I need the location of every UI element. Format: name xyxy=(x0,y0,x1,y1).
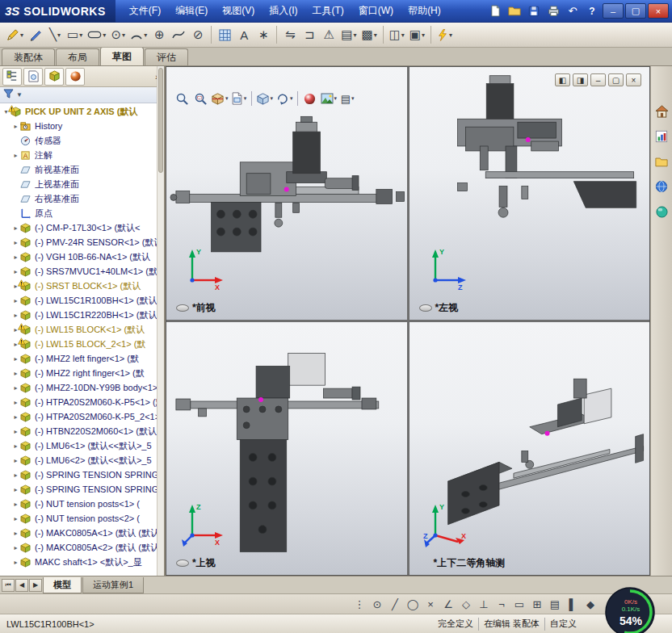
tree-item[interactable]: ▸(-) HTPA20S2M060-K-P5_2<1> (默 xyxy=(2,409,164,424)
trim-entities-tool[interactable]: ⊐ xyxy=(300,25,319,45)
arc-tool[interactable]: ▾ xyxy=(128,25,149,45)
ellipse-tool[interactable]: ⊘ xyxy=(188,25,208,45)
tree-item[interactable]: ▸(-) SPRING TENSION SPRING< xyxy=(2,467,164,482)
menu-6[interactable]: 窗口(W) xyxy=(351,0,401,22)
dock-left-icon[interactable]: ◧ xyxy=(555,73,570,86)
rotate-view-icon[interactable]: ▾ xyxy=(275,90,294,107)
spline-tool[interactable] xyxy=(169,25,188,45)
appearances-icon[interactable] xyxy=(653,203,670,220)
tree-item[interactable]: ▸MAKC shaft<1> <默认>_显 xyxy=(2,555,164,569)
zoom-fit-icon[interactable] xyxy=(173,90,191,107)
tree-item[interactable]: ▸(-) MHZ2 left finger<1> (默 xyxy=(2,351,164,366)
tree-item[interactable]: ▸(-) LWL15 BLOCK<1> (默认 xyxy=(2,322,164,337)
undo-icon[interactable]: ↶ xyxy=(564,2,582,20)
tab-nav-3[interactable]: ▶ xyxy=(29,579,42,592)
menu-3[interactable]: 视图(V) xyxy=(215,0,262,22)
snap-tool-9[interactable]: ¬ xyxy=(493,596,510,613)
instant2d-tool[interactable]: ▣▾ xyxy=(407,25,427,45)
tree-item[interactable]: ▸(-) SRS7MVUC1+40LM<1> (默认 xyxy=(2,264,164,279)
menu-5[interactable]: 工具(T) xyxy=(304,0,351,22)
snap-tool-12[interactable]: ▤ xyxy=(546,596,564,613)
section-view-icon[interactable]: ▾ xyxy=(210,90,229,107)
display-relations-tool[interactable]: ⚠ xyxy=(319,25,338,45)
filter-dropdown-icon[interactable]: ▼ xyxy=(16,91,23,99)
tree-root-item[interactable]: ▾PICK UP UNIT 2 AXIS (默认 xyxy=(2,104,164,119)
sketch-tool[interactable]: ▾ xyxy=(3,25,26,45)
tree-item[interactable]: 原点 xyxy=(2,206,164,220)
minimize-view-icon[interactable]: – xyxy=(590,73,606,86)
linear-pattern-tool[interactable]: ▤▾ xyxy=(338,25,359,45)
propertymanager-tab[interactable] xyxy=(23,68,43,86)
viewport-isometric[interactable]: YXZ *上下二等角轴测 xyxy=(410,322,650,575)
displaymanager-tab[interactable] xyxy=(65,68,85,86)
snap-tool-13[interactable]: ▌ xyxy=(564,596,582,613)
tree-item[interactable]: ▸(-) MHZ2 right finger<1> (默 xyxy=(2,366,164,380)
rebuild-tool[interactable]: ▾ xyxy=(435,25,455,45)
close-button[interactable]: × xyxy=(648,3,669,19)
tree-scrollbar[interactable] xyxy=(157,66,164,576)
snap-tool-5[interactable]: × xyxy=(422,596,439,613)
tree-item[interactable]: ▸(-) LWL15C1R220BH<1> (默认 xyxy=(2,308,164,322)
move-entities-tool[interactable]: ▩▾ xyxy=(359,25,379,45)
tree-item[interactable]: 前视基准面 xyxy=(2,162,164,177)
tab-布局[interactable]: 布局 xyxy=(56,48,99,65)
tree-item[interactable]: ▸(-) MAKC0805A<2> (默认 (默认 xyxy=(2,540,164,555)
tree-item[interactable]: ▸(-) VGH 10B-66-NA<1> (默认 xyxy=(2,249,164,264)
maximize-button[interactable]: ▢ xyxy=(625,3,646,19)
rapid-sketch-tool[interactable]: ◫▾ xyxy=(387,25,407,45)
tree-item[interactable]: ▸(-) LMU6<1> (默认<<默认>_5 xyxy=(2,438,164,453)
tree-filter-bar[interactable]: ▼ xyxy=(0,87,164,103)
tree-item[interactable]: ▸(-) LMU6<2> (默认<<默认>_5 xyxy=(2,453,164,467)
tree-item[interactable]: 传感器 xyxy=(2,133,164,148)
display-style-icon[interactable]: ▾ xyxy=(255,90,275,107)
tree-item[interactable]: ▸A注解 xyxy=(2,148,164,162)
sketch-pattern-tool[interactable] xyxy=(215,25,234,45)
tree-item[interactable]: 上视基准面 xyxy=(2,177,164,191)
tab-评估[interactable]: 评估 xyxy=(145,48,188,65)
snap-tool-7[interactable]: ◇ xyxy=(457,596,475,613)
snap-tool-3[interactable]: ╱ xyxy=(386,596,404,613)
edit-appearance-icon[interactable] xyxy=(301,90,319,107)
circle-tool[interactable]: ⊙▾ xyxy=(108,25,128,45)
bottom-tab-模型[interactable]: 模型 xyxy=(43,577,82,593)
tree-item[interactable]: ▸(-) NUT tension posts<1> ( xyxy=(2,497,164,511)
point-tool[interactable]: ⊕ xyxy=(149,25,169,45)
tab-nav-2[interactable]: ◀ xyxy=(15,579,28,592)
ink-tool[interactable] xyxy=(26,25,45,45)
menu-1[interactable]: 文件(F) xyxy=(122,0,168,22)
filter-funnel-icon[interactable] xyxy=(3,89,14,101)
snap-tool-8[interactable]: ⊥ xyxy=(475,596,493,613)
tree-item[interactable]: ▸(-) SPRING TENSION SPRING< xyxy=(2,482,164,497)
menu-4[interactable]: 插入(I) xyxy=(262,0,304,22)
file-explorer-icon[interactable] xyxy=(653,153,670,170)
viewport-top[interactable]: ZX *上视 xyxy=(166,322,407,575)
dock-right-icon[interactable]: ◨ xyxy=(573,73,588,86)
text-tool[interactable]: A xyxy=(234,25,254,45)
tree-item[interactable]: ▸(-) SRST BLOCK<1> (默认 xyxy=(2,279,164,293)
print-icon[interactable] xyxy=(544,2,562,20)
open-folder-icon[interactable] xyxy=(506,2,523,20)
snap-tool-10[interactable]: ▭ xyxy=(510,596,528,613)
menu-2[interactable]: 编辑(E) xyxy=(168,0,215,22)
slot-tool[interactable]: ▾ xyxy=(85,25,108,45)
view-settings-icon[interactable]: ▤▾ xyxy=(338,90,356,107)
snap-tool-14[interactable]: ◆ xyxy=(582,596,599,613)
home-icon[interactable] xyxy=(653,103,670,120)
save-icon[interactable] xyxy=(525,2,543,20)
tree-item[interactable]: ▸(-) LWL15 BLOCK_2<1> (默 xyxy=(2,337,164,351)
tab-草图[interactable]: 草图 xyxy=(100,47,144,65)
snap-tool-11[interactable]: ⊞ xyxy=(528,596,546,613)
star-tool[interactable]: ∗ xyxy=(254,25,273,45)
viewport-left[interactable]: ◧◨–▢× YZ *左视 xyxy=(410,67,650,320)
close-view-icon[interactable]: × xyxy=(626,73,641,86)
line-tool[interactable]: ╲▾ xyxy=(45,25,65,45)
help-icon[interactable]: ? xyxy=(583,2,601,20)
tree-scrollbar-thumb[interactable] xyxy=(158,68,163,173)
bottom-tab-运动算例1[interactable]: 运动算例1 xyxy=(82,577,144,593)
web-portal-icon[interactable] xyxy=(653,178,670,195)
new-document-icon[interactable] xyxy=(486,2,504,20)
tab-装配体[interactable]: 装配体 xyxy=(2,48,55,65)
restore-view-icon[interactable]: ▢ xyxy=(608,73,624,86)
snap-tool-1[interactable]: ⋮ xyxy=(351,596,368,613)
apply-scene-icon[interactable]: ▾ xyxy=(320,90,338,107)
